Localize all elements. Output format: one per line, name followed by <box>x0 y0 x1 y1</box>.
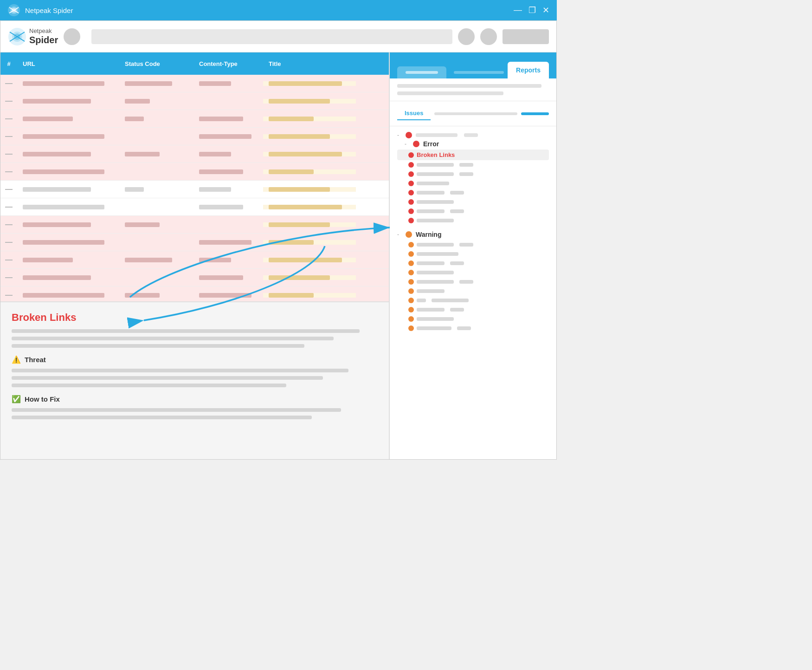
issues-panel: Issues <box>390 101 556 126</box>
issue-sub-item-3[interactable] <box>397 179 549 188</box>
main-window: Netpeak Spider # URL Status Code Content… <box>0 20 557 460</box>
warning-sub-item-4[interactable] <box>397 268 549 277</box>
issue-sub-item-2[interactable] <box>397 169 549 179</box>
warning-sub-item-2[interactable] <box>397 249 549 259</box>
tab-reports[interactable]: Reports <box>508 62 549 78</box>
toolbar-action-circle-2[interactable] <box>480 28 497 45</box>
error-dot <box>406 132 412 138</box>
tab-inactive[interactable] <box>397 66 446 78</box>
tab-reports-label: Reports <box>516 66 541 74</box>
warning-sub-item-5[interactable] <box>397 277 549 286</box>
warning-sub-item-1[interactable] <box>397 240 549 249</box>
issue-sub-item-5[interactable] <box>397 197 549 207</box>
table-body <box>0 75 389 301</box>
sub-dot-4 <box>408 190 414 195</box>
warning-sub-item-6[interactable] <box>397 286 549 296</box>
reports-tabs: Reports <box>390 52 556 78</box>
broken-links-label: Broken Links <box>417 151 455 158</box>
title-bar-left: Netpeak Spider <box>7 4 73 17</box>
maximize-icon[interactable]: ❐ <box>528 5 536 15</box>
col-header-url: URL <box>17 60 119 67</box>
warn-dot-1 <box>408 242 414 247</box>
warning-sub-item-9[interactable] <box>397 314 549 324</box>
issue-sub-item-7[interactable] <box>397 216 549 225</box>
warning-sub-item-10[interactable] <box>397 324 549 333</box>
app-title: Netpeak Spider <box>25 7 73 14</box>
sub-dot-1 <box>408 162 414 168</box>
how-to-fix-section: ✅ How to Fix <box>12 395 378 403</box>
threat-lines <box>12 369 378 387</box>
col-header-status: Status Code <box>119 60 193 67</box>
table-row[interactable] <box>0 92 389 110</box>
warn-dot-7 <box>408 298 414 303</box>
sub-dot-6 <box>408 208 414 214</box>
broken-links-item[interactable]: Broken Links <box>397 150 549 160</box>
fix-lines <box>12 408 378 419</box>
title-bar: Netpeak Spider — ❐ ✕ <box>0 0 557 20</box>
toolbar-logo-icon <box>8 27 26 46</box>
issues-tabs: Issues <box>397 107 549 120</box>
table-panel: # URL Status Code Content-Type Title <box>0 52 389 459</box>
warn-dot-9 <box>408 316 414 322</box>
table-row[interactable] <box>0 216 389 234</box>
issue-sub-item-6[interactable] <box>397 207 549 216</box>
warning-dot <box>406 231 412 238</box>
expand-icon[interactable]: - <box>397 132 402 138</box>
expand-icon-2[interactable]: - <box>405 141 409 147</box>
fix-icon: ✅ <box>12 395 21 403</box>
close-icon[interactable]: ✕ <box>542 5 549 15</box>
warn-dot-8 <box>408 307 414 312</box>
sub-dot-3 <box>408 181 414 186</box>
warn-dot-10 <box>408 325 414 331</box>
table-row[interactable] <box>0 234 389 251</box>
description-lines <box>12 329 378 348</box>
table-row[interactable] <box>0 269 389 286</box>
table-row[interactable] <box>0 198 389 216</box>
table-row[interactable] <box>0 163 389 181</box>
col-header-num: # <box>0 60 17 67</box>
tab-issues[interactable]: Issues <box>397 107 431 120</box>
table-row[interactable] <box>0 128 389 145</box>
toolbar-logo-text: Netpeak Spider <box>29 27 58 46</box>
col-header-title: Title <box>263 60 356 67</box>
bottom-panel: Broken Links ⚠️ Threat <box>0 301 389 459</box>
right-panel: Reports Issues <box>389 52 556 459</box>
issues-list: - - Error Broken Links <box>390 126 556 459</box>
col-header-content-type: Content-Type <box>193 60 263 67</box>
table-row[interactable] <box>0 145 389 163</box>
toolbar: Netpeak Spider <box>0 21 556 52</box>
warn-dot-6 <box>408 288 414 294</box>
table-row[interactable] <box>0 110 389 128</box>
minimize-icon[interactable]: — <box>514 5 522 15</box>
broken-links-dot <box>408 152 414 158</box>
warn-dot-3 <box>408 260 414 266</box>
table-row[interactable] <box>0 251 389 269</box>
toolbar-action-circle-1[interactable] <box>458 28 475 45</box>
sub-dot-2 <box>408 171 414 177</box>
warning-sub-item-8[interactable] <box>397 305 549 314</box>
sub-dot-7 <box>408 218 414 223</box>
table-row[interactable] <box>0 75 389 92</box>
error-label: Error <box>423 140 439 148</box>
toolbar-avatar <box>64 28 80 45</box>
toolbar-logo: Netpeak Spider <box>8 27 58 46</box>
threat-section: ⚠️ Threat <box>12 355 378 364</box>
warning-group: - Warning <box>397 231 549 238</box>
warn-dot-5 <box>408 279 414 285</box>
table-header: # URL Status Code Content-Type Title <box>0 52 389 75</box>
toolbar-action-button[interactable] <box>503 29 549 44</box>
issue-sub-item-4[interactable] <box>397 188 549 197</box>
window-controls: — ❐ ✕ <box>514 5 549 15</box>
warning-sub-item-3[interactable] <box>397 259 549 268</box>
issue-sub-item-1[interactable] <box>397 160 549 169</box>
app-logo-icon <box>7 4 20 17</box>
expand-warning-icon[interactable]: - <box>397 231 402 238</box>
broken-links-title: Broken Links <box>12 312 378 324</box>
table-row[interactable] <box>0 286 389 301</box>
warning-sub-item-7[interactable] <box>397 296 549 305</box>
issue-group-row-1: - <box>397 132 549 138</box>
right-panel-top-content <box>390 78 556 101</box>
table-row[interactable] <box>0 181 389 198</box>
toolbar-url-input[interactable] <box>91 29 452 44</box>
sub-dot-5 <box>408 199 414 205</box>
